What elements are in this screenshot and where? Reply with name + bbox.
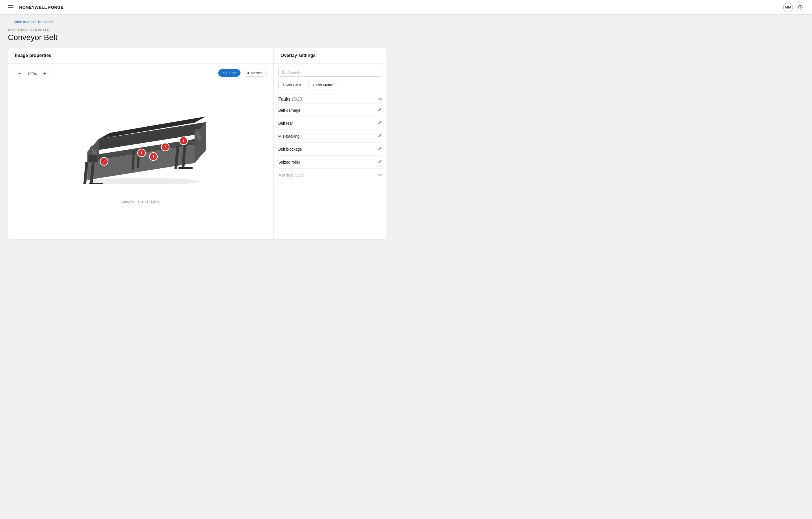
svg-text:i: i: [104, 159, 105, 164]
hamburger-menu[interactable]: [7, 4, 14, 10]
back-arrow: ←: [8, 20, 12, 24]
svg-text:i: i: [183, 139, 184, 143]
fault-item: Mis-tracking: [278, 130, 382, 143]
fault-item: Belt damage: [278, 104, 382, 117]
svg-line-42: [285, 73, 286, 74]
image-panel-content: − 100% + 5 Faults 3 Metrics: [8, 63, 273, 239]
svg-text:?: ?: [800, 6, 801, 9]
info-marker-5[interactable]: i: [180, 137, 187, 145]
svg-text:i: i: [153, 155, 154, 159]
edit-fault-button[interactable]: [378, 120, 382, 126]
metrics-chevron: [378, 173, 382, 178]
avatar[interactable]: MM: [783, 3, 793, 12]
page-header: EDIT ASSET TEMPLATE Conveyor Belt: [8, 28, 387, 42]
fault-item: Seized roller: [278, 156, 382, 169]
conveyor-image: i i i: [68, 94, 214, 195]
image-filename: Conveyor_Belt_1103.SVG: [122, 200, 160, 203]
page-title: Conveyor Belt: [8, 33, 387, 42]
help-icon: ?: [798, 5, 803, 9]
svg-line-43: [380, 109, 381, 109]
page-body: ← Back to Asset Template EDIT ASSET TEMP…: [0, 15, 395, 247]
fault-list: Belt damageBelt tearMis-trackingBelt blo…: [278, 104, 382, 169]
faults-section-header[interactable]: Faults (5/20): [278, 94, 382, 104]
left-panel: Image properties − 100% + 5 Faults 3: [8, 48, 274, 239]
info-marker-3[interactable]: i: [149, 153, 157, 161]
nav-right: MM ?: [783, 3, 805, 12]
overlay-panel-content: + Add Fault + Add Metric Faults (5/20): [274, 63, 386, 239]
main-card: Image properties − 100% + 5 Faults 3: [8, 48, 387, 240]
add-metric-button[interactable]: + Add Metric: [308, 81, 337, 89]
svg-line-44: [380, 122, 381, 122]
back-link[interactable]: ← Back to Asset Template: [8, 20, 53, 24]
image-panel-header: Image properties: [8, 48, 273, 63]
faults-count: 5: [223, 71, 225, 75]
edit-fault-button[interactable]: [378, 107, 382, 113]
metrics-badge[interactable]: 3 Metrics: [243, 69, 267, 77]
fault-name: Belt tear: [278, 121, 293, 126]
search-box: [278, 68, 382, 77]
action-row: + Add Fault + Add Metric: [278, 81, 382, 89]
faults-chevron: [378, 97, 382, 102]
info-marker-1[interactable]: i: [100, 157, 108, 165]
edit-icon: [378, 159, 382, 164]
svg-rect-25: [89, 156, 97, 162]
svg-line-45: [380, 135, 381, 135]
edit-icon: [378, 133, 382, 138]
edit-icon: [378, 107, 382, 112]
help-button[interactable]: ?: [796, 3, 805, 12]
edit-icon: [378, 120, 382, 125]
zoom-value: 100%: [24, 69, 40, 78]
metrics-section-title: Metrics (3/20): [278, 173, 304, 177]
fault-name: Belt blockage: [278, 147, 302, 152]
svg-rect-17: [178, 167, 193, 169]
info-marker-2[interactable]: i: [138, 149, 145, 157]
metrics-section-header[interactable]: Metrics (3/20): [278, 169, 382, 180]
add-fault-button[interactable]: + Add Fault: [278, 81, 306, 89]
info-marker-4[interactable]: i: [161, 143, 169, 151]
edit-icon: [378, 146, 382, 151]
svg-line-46: [380, 148, 381, 148]
fault-name: Mis-tracking: [278, 134, 299, 138]
faults-label: Faults: [226, 71, 236, 75]
overlay-panel-header: Overlay settings: [274, 48, 386, 63]
svg-text:i: i: [165, 145, 166, 149]
zoom-in-button[interactable]: +: [40, 69, 49, 78]
svg-line-47: [380, 161, 381, 161]
edit-fault-button[interactable]: [378, 133, 382, 139]
nav-left: HONEYWELL FORGE: [7, 4, 64, 10]
search-input[interactable]: [288, 70, 378, 75]
badge-row: 5 Faults 3 Metrics: [218, 69, 267, 77]
edit-fault-button[interactable]: [378, 146, 382, 152]
top-nav: HONEYWELL FORGE MM ?: [0, 0, 812, 15]
search-icon: [282, 70, 286, 75]
svg-rect-14: [89, 183, 103, 184]
image-area: i i i: [15, 84, 267, 214]
fault-name: Belt damage: [278, 108, 300, 113]
svg-text:i: i: [141, 151, 142, 155]
chevron-down-icon: [378, 174, 382, 176]
back-link-label: Back to Asset Template: [13, 20, 53, 24]
brand-logo: HONEYWELL FORGE: [19, 5, 64, 9]
conveyor-svg: i i i: [68, 94, 214, 184]
zoom-out-button[interactable]: −: [15, 69, 24, 78]
chevron-up-icon: [378, 98, 382, 101]
fault-item: Belt blockage: [278, 143, 382, 156]
fault-item: Belt tear: [278, 117, 382, 130]
faults-badge[interactable]: 5 Faults: [218, 69, 240, 77]
right-panel: Overlay settings + Add Fault + Add Metri…: [274, 48, 386, 239]
metrics-label: Metrics: [251, 71, 262, 75]
svg-point-2: [87, 178, 200, 184]
page-subtitle: EDIT ASSET TEMPLATE: [8, 28, 387, 32]
edit-fault-button[interactable]: [378, 159, 382, 165]
faults-section-title: Faults (5/20): [278, 97, 303, 102]
metrics-count: 3: [247, 71, 249, 75]
fault-name: Seized roller: [278, 160, 300, 164]
